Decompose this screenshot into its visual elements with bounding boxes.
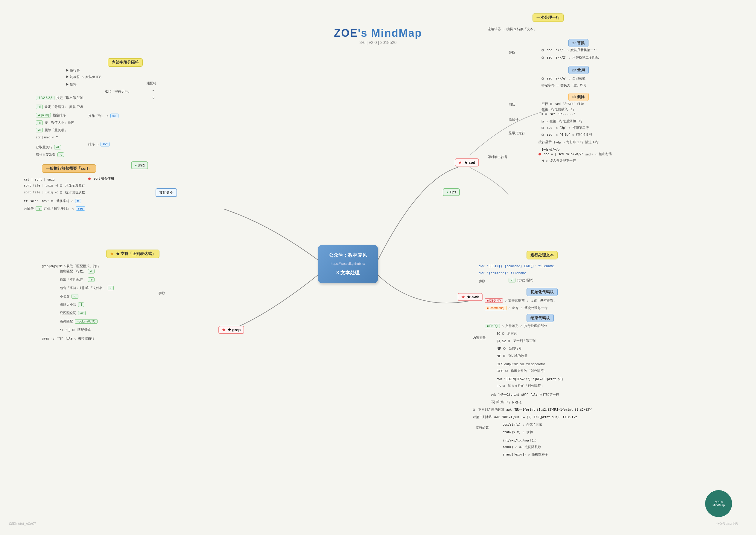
tips-node: ● Tips [443, 188, 460, 196]
grep-color-cmd: 高亮匹配 --color=AUTO [60, 319, 98, 324]
connection-lines [0, 0, 756, 535]
sort-uniq-d: sort file | uniq -d 只显示真复行 [24, 183, 85, 188]
one-line-header: 一次处理一行 [532, 14, 564, 22]
grep-pattern: * / . / [ ] 匹配模式 [60, 327, 91, 332]
page-title: ZOE's MindMap 3-6 | v2.0 | 2018520 [334, 27, 422, 45]
awk-var-ofs-en: OFS output file column separator [497, 361, 545, 366]
sed-48p-cmd: sed -n '4,8p' ○ 打印 4-8 行 [541, 132, 592, 137]
awk-var-12: $1, $2 第一列 / 第二列 [497, 339, 535, 343]
sed-cmd-4: 特定字符 ○ 替换为「空」即可 [541, 83, 587, 88]
awk-var-nr: NR 当前行号 [497, 346, 522, 351]
awk-command: ■ {command} ○ 命令 ○ 逐次处理每一行 [485, 306, 548, 310]
bottom-left: CSDN 帆帆_ACAC7 [9, 522, 36, 526]
title-zoe: ZOE [334, 27, 358, 39]
logo-line2: MindMap [712, 504, 725, 507]
inner-field-header: 内部字段分隔符 [108, 58, 143, 67]
awk-field-sep: -F 指定分隔符 [509, 278, 534, 282]
awk-ex-sum: 对第二列求和 awk 'NR!=1{sum += $2} END{print s… [473, 415, 577, 419]
awk-syntax1: awk 'BEGIN{} {command} END{}' filename [479, 263, 554, 268]
sed-2p-cmd: sed -n '2p' ○ 打印第二行 [541, 126, 589, 130]
display-rows-label: 显示指定行 [509, 130, 525, 135]
center-title: 公众号：教林克风 [327, 251, 369, 260]
realtime-linenum: 即时输出行号 [488, 154, 507, 159]
awk-math-label: 支持函数 [476, 424, 489, 430]
cut-n-cmd: -n 按「数值大小」排序 [36, 121, 74, 125]
watermark: 公众号 教林克风 [716, 522, 738, 526]
grep-v-cmd: 输出「不匹配行」 -v [60, 277, 95, 282]
sed-linenum-cmd: sed = | sed 'N;s/\n//' sed = ○ 输出行号 [538, 152, 612, 156]
awk-cos: cos/sin(x) ○ 余弦 / 正弦 [502, 422, 542, 427]
awk-topic: ★ ★ awk [458, 293, 483, 301]
grep-params-label: 参数 [159, 290, 165, 295]
append-label: 添加行 [509, 117, 519, 122]
central-node: 公众号：教林克风 https://woaieif.github.io/ 3 文本… [318, 245, 378, 283]
title-rest: 's MindMap [358, 27, 422, 39]
tr-cmd: tr 'old' 'new' 替换字符 ○ tr [24, 199, 81, 203]
grep-regex-header: ★ ★ 支持「正则表达式」 [106, 250, 160, 258]
grep-usage: grep [args] file ○ 获取「匹配模式」的行 [42, 263, 99, 268]
uniq-d-cmd: 获取重复行 -d [36, 145, 61, 150]
center-topic: 3 文本处理 [327, 269, 369, 277]
sort-uniq-shortcut: sort | uniq ○ ** [36, 135, 58, 139]
delete-label: 用法 [509, 101, 515, 107]
awk-var-0: $0 所有列 [497, 331, 517, 336]
grep-i-cmd: 忽略大小写 -i [60, 302, 84, 307]
g-global-header: g: 全局 [568, 66, 589, 74]
space-char: ▶ 空格 [66, 81, 76, 87]
cut-k-cmd: -k [num] 指定排序 [36, 113, 66, 118]
grep-c-cmd: 输出匹配「行数」 -c [60, 269, 95, 273]
replace-str-note: 迭代「字符子串」 [105, 88, 131, 94]
awk-begin: ■ BEGIN{} ○ 文件读取前 ○ 设置「基本参数」 [485, 298, 557, 303]
replace-label: 替换 [509, 49, 515, 55]
stream-editor-row: 流编辑器 ○ 编辑 & 转换「文本」 [488, 27, 537, 31]
awk-syntax2: awk '{command}' filename [479, 270, 526, 275]
sed-li-cmd: li sed 'li......' [541, 112, 575, 116]
cat-sort-uniq: cat | sort | uniq [24, 176, 54, 182]
grep-topic: ★ ★ grep [218, 326, 244, 334]
wildcard-question: ? [153, 95, 154, 100]
wildcard-star: * [153, 88, 154, 94]
grep-L-cmd: 不包含 -L [60, 294, 78, 298]
logo-line1: ZOE's [714, 500, 722, 504]
grep-l-cmd: 包含「字符」则打印「文件名」 -l [60, 286, 114, 290]
sort-note: 一般执行前都需要「sort」 [42, 164, 96, 173]
uniq-topic: ● uniq [131, 161, 148, 169]
awk-end: ■ END{} ○ 文件读完 ○ 执行处理的部分 [485, 324, 547, 328]
sed-cmd-2: sed 's///2' ○ 只替换第二个匹配 [541, 55, 599, 60]
other-commands-topic: 其他命令 [156, 188, 177, 197]
tab-char: ▶ 制表符 ○ 默认值 IFS [66, 75, 102, 79]
awk-var-nf: NF 列 / 域的数量 [497, 353, 528, 358]
d-delete-header: d: 删除 [568, 93, 589, 101]
seq-cmd: 分隔符 -s 产生「数字序列」 ○ seq [24, 206, 85, 211]
sed-n-note: N ○ 读入并处理下一行 [541, 158, 576, 163]
sed-li-note: 在第一行之前插入一行 [541, 107, 574, 111]
awk-rand: rand() ○ 0-1 之间随机数 [502, 445, 541, 449]
cut-u-cmd: -u 删除「重复项」 [36, 128, 68, 132]
s-replace-header: s: 替换 [568, 39, 589, 47]
sed-la-cmd: la ○ 在第一行之后添加一行 [541, 119, 583, 124]
sort-combined-label: sort 联合使用 [88, 176, 114, 181]
sort-uniq-c: sort file | uniq -c 统计出现次数 [24, 190, 85, 195]
grep-empty-line: grep -v '^$' file ○ 去掉空白行 [42, 336, 95, 341]
awk-int-exp: int/exp/log/sqrt(x) [502, 437, 537, 443]
cut-d-cmd: -d 设定「分隔符」 默认 TAB [36, 105, 83, 109]
awk-params-label: 参数 [479, 278, 485, 283]
awk-ofs-cmd: awk 'BEGIN{OFS=";"}''{NF=NF;print $0} [497, 376, 563, 381]
sed-topic: ★ ★ sed [455, 158, 479, 166]
awk-atan: atan2(y,x) ○ 余切 [502, 430, 533, 434]
awk-srand: srand([expr]) ○ 随机数种子 [502, 452, 548, 457]
logo: ZOE's MindMap [705, 490, 732, 517]
sort-header: 排序 ○ sort [88, 142, 109, 147]
sed-cmd-1: sed 's///' ○ 默认只替换第一个 [541, 48, 597, 52]
uniq-c-cmd: 获得重复次数 -c [36, 153, 64, 157]
sed-cmd-5: 空行 sed '/^$/d' file [541, 101, 584, 106]
mindmap-container: ZOE's MindMap 3-6 | v2.0 | 2018520 公众号：教… [0, 0, 756, 535]
center-url: https://woaieif.github.io/ [327, 261, 369, 267]
awk-process-header: 逐行处理文本 [527, 251, 558, 260]
awk-var-fs: FS 输入文件的「列分隔符」 [497, 383, 544, 388]
sed-cmd-3: sed 's///g' ○ 全部替换 [541, 76, 586, 81]
by-row-display: 按行显示 1~4p ○ 每打印 1 行 跳过 4 行 [538, 140, 599, 144]
cut-header: 操作「列」 ○ cut [88, 114, 118, 118]
sed-step-cmd: 1~4s/@/v/p [541, 147, 559, 152]
title-subtitle: 3-6 | v2.0 | 2018520 [334, 40, 422, 45]
